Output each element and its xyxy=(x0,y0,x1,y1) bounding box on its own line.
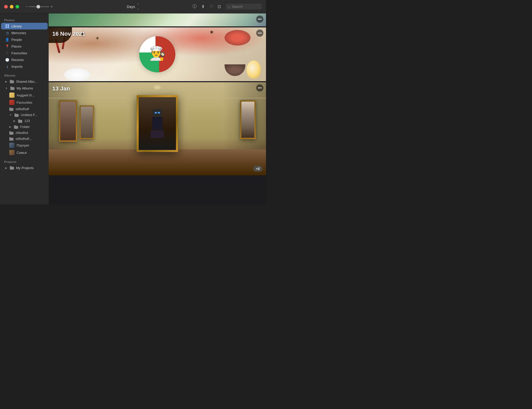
sidebar-item-recents[interactable]: 🕐 Recents xyxy=(1,56,48,63)
white-plate xyxy=(64,68,90,81)
sidebar-item-andrey[interactable]: Андрей И... xyxy=(1,92,48,99)
svg-rect-16 xyxy=(9,132,13,135)
svg-rect-21 xyxy=(10,166,12,167)
search-bar[interactable]: ⌕ Search xyxy=(226,4,262,10)
places-icon: 📍 xyxy=(5,44,9,48)
svg-rect-4 xyxy=(10,80,14,83)
sidebar-section-photos: Photos xyxy=(0,17,49,23)
svg-rect-10 xyxy=(14,114,19,117)
my-albums-label: My Albums xyxy=(17,86,33,90)
sdfsdfsdf-label: sdfsdfsdf xyxy=(16,107,29,111)
my-projects-arrow: ▶ xyxy=(5,166,7,169)
zoom-out-button[interactable]: − xyxy=(25,4,28,9)
info-icon[interactable]: ⓘ xyxy=(193,4,197,9)
sidebar-item-favourites[interactable]: ♡ Favourites xyxy=(1,50,48,56)
sidebar: Photos Library ◷ Memories 👤 People 📍 Pla… xyxy=(0,13,49,204)
favourites-label: Favourites xyxy=(11,51,27,55)
svg-rect-8 xyxy=(9,108,13,111)
robot-body xyxy=(152,117,162,130)
sidebar-item-imports[interactable]: ⤓ Imports xyxy=(1,63,48,70)
sidebar-item-sdfsdfsdf[interactable]: sdfsdfsdf xyxy=(1,106,48,112)
svg-rect-15 xyxy=(14,125,16,126)
top-partial-more-button[interactable]: ••• xyxy=(256,16,263,23)
folder-123-icon xyxy=(18,119,22,123)
left-painting-1 xyxy=(59,100,77,142)
zoom-slider[interactable] xyxy=(29,6,49,7)
semya-label: Семья xyxy=(17,151,27,155)
robot-eye-right xyxy=(158,112,160,113)
robot-head xyxy=(153,109,162,116)
my-projects-label: My Projects xyxy=(16,166,34,170)
sidebar-item-zfdsdfsd[interactable]: zfdsdfsd xyxy=(1,130,48,136)
my-projects-icon xyxy=(10,166,14,170)
memories-icon: ◷ xyxy=(5,31,9,35)
untitled-arrow: ▼ xyxy=(9,113,12,116)
untitled-folder-label: Untitled F... xyxy=(21,113,38,117)
svg-rect-9 xyxy=(9,108,11,108)
sidebar-item-memories[interactable]: ◷ Memories xyxy=(1,29,48,36)
sidebar-item-semya[interactable]: Семья xyxy=(1,149,48,156)
sidebar-item-shared-albums[interactable]: ▶ Shared Albu... xyxy=(1,78,48,85)
sidebar-item-my-albums[interactable]: ▼ My Albums xyxy=(1,85,48,92)
search-icon: ⌕ xyxy=(228,5,230,9)
spotlight xyxy=(153,85,161,90)
folder-arrow: ▶ xyxy=(9,125,11,128)
svg-rect-19 xyxy=(9,137,11,138)
maximize-button[interactable] xyxy=(16,5,19,9)
sidebar-section-albums: Albums xyxy=(0,72,49,78)
people-icon: 👤 xyxy=(5,37,9,42)
sidebar-item-folder[interactable]: ▶ Folder xyxy=(1,124,48,130)
share-icon[interactable]: ⬆ xyxy=(201,4,205,9)
chef-emoji: 👨‍🍳 xyxy=(149,46,166,61)
sidebar-item-library[interactable]: Library xyxy=(1,23,48,29)
favourites-icon: ♡ xyxy=(5,51,9,55)
sidebar-item-untitled-folder[interactable]: ▼ Untitled F... xyxy=(1,112,48,118)
heart-icon[interactable]: ♡ xyxy=(209,4,213,9)
minimize-button[interactable] xyxy=(10,5,13,9)
layout-icon[interactable]: ⊡ xyxy=(218,4,221,9)
imports-icon: ⤓ xyxy=(5,64,9,69)
sidebar-item-people[interactable]: 👤 People xyxy=(1,36,48,43)
sidebar-item-123[interactable]: ▶ 123 xyxy=(1,118,48,124)
plus-badge[interactable]: +2 xyxy=(253,166,262,172)
sidebar-item-favs-album[interactable]: Favourites xyxy=(1,99,48,106)
svg-rect-13 xyxy=(18,119,20,120)
svg-rect-18 xyxy=(9,138,13,141)
zoom-thumb[interactable] xyxy=(36,5,40,9)
andrey-label: Андрей И... xyxy=(17,93,34,97)
top-partial-section: ••• xyxy=(49,13,266,26)
shared-albums-arrow: ▶ xyxy=(5,80,7,83)
sidebar-item-portrait[interactable]: Портрет xyxy=(1,142,48,149)
titlebar: − + Days ⌃⌄ ⓘ ⬆ ♡ ⊡ ⌕ Search xyxy=(0,0,266,13)
sidebar-item-sdfsdfsdf2[interactable]: sdfsdfsdf... xyxy=(1,136,48,142)
svg-rect-5 xyxy=(10,80,12,81)
left-painting-2-canvas xyxy=(81,107,93,138)
untitled-folder-icon xyxy=(14,113,19,117)
people-label: People xyxy=(11,38,22,42)
days-label: Days xyxy=(127,5,135,9)
nov-more-button[interactable]: ••• xyxy=(256,29,263,37)
places-label: Places xyxy=(11,44,21,48)
zoom-in-button[interactable]: + xyxy=(50,4,53,9)
jan-section: 13 Jan ••• +2 xyxy=(49,82,266,175)
traffic-lights xyxy=(4,5,19,9)
close-button[interactable] xyxy=(4,5,8,9)
sdfsdfsdf2-label: sdfsdfsdf... xyxy=(16,137,32,141)
titlebar-right: ⓘ ⬆ ♡ ⊡ ⌕ Search xyxy=(193,4,262,10)
robot-eye-left xyxy=(155,112,157,113)
svg-rect-20 xyxy=(10,167,14,170)
zfdsdfsd-folder-icon xyxy=(9,131,13,135)
jan-more-button[interactable]: ••• xyxy=(256,84,263,92)
folder-empty-icon xyxy=(9,107,13,111)
svg-rect-2 xyxy=(5,26,7,28)
right-painting-1 xyxy=(240,100,256,139)
gallery-floor xyxy=(49,149,266,175)
recents-label: Recents xyxy=(11,58,24,62)
sidebar-item-my-projects[interactable]: ▶ My Projects xyxy=(1,164,48,171)
svg-rect-7 xyxy=(10,87,12,87)
nov-date-label: 16 Nov 2021 xyxy=(52,31,85,37)
my-albums-arrow: ▼ xyxy=(5,87,8,90)
sidebar-item-places[interactable]: 📍 Places xyxy=(1,43,48,50)
sdfsdfsdf2-folder-icon xyxy=(9,137,13,141)
days-chevron-icon[interactable]: ⌃⌄ xyxy=(137,3,139,10)
